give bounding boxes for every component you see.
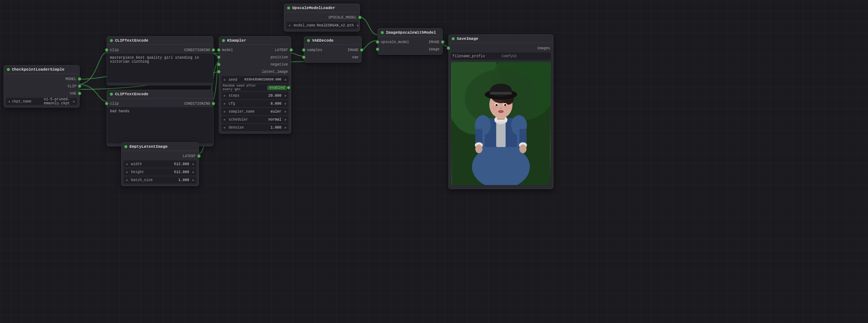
image-upscale-model-socket[interactable] <box>376 40 379 44</box>
ksampler-positive-socket[interactable] <box>217 55 221 59</box>
denoise-field: ◀ denoise 1.000 ▶ <box>221 124 289 131</box>
denoise-right-arrow[interactable]: ▶ <box>283 124 289 131</box>
ksampler-latent-socket[interactable] <box>289 48 293 52</box>
empty-latent-status-dot <box>124 145 127 148</box>
svg-point-16 <box>475 144 482 153</box>
height-left-arrow[interactable]: ◀ <box>124 168 129 176</box>
steps-left-arrow[interactable]: ◀ <box>221 92 227 99</box>
ckpt-right-arrow[interactable]: ▶ <box>71 98 77 105</box>
seed-value: 833543590226030.000 <box>243 78 283 81</box>
empty-latent-header: EmptyLatentImage <box>122 143 199 151</box>
image-upscale-node: ImageUpscaleWithModel upscale_model IMAG… <box>378 28 443 55</box>
batch-right-arrow[interactable]: ▶ <box>191 176 196 184</box>
upscale-model-left-arrow[interactable]: ◀ <box>286 22 292 29</box>
latent-output-socket[interactable] <box>197 154 201 158</box>
svg-rect-9 <box>496 122 506 147</box>
cfg-left-arrow[interactable]: ◀ <box>221 100 227 107</box>
clip-pos-output-label: CONDITIONING <box>184 48 210 52</box>
batch-size-field: ◀ batch_size 1.000 ▶ <box>124 176 196 184</box>
upscale-model-name-value: RealESRGAN_x2.pth <box>315 24 355 28</box>
model-output-socket[interactable] <box>78 77 81 81</box>
ksampler-negative-socket[interactable] <box>217 63 221 66</box>
ckpt-name-field: ◀ ckpt_name v1-5-pruned-emaonly.ckpt ▶ <box>6 98 77 105</box>
scheduler-left-arrow[interactable]: ◀ <box>221 116 227 123</box>
cfg-field: ◀ cfg 8.000 ▶ <box>221 100 289 107</box>
empty-latent-node: EmptyLatentImage LATENT ◀ width 512.000 … <box>121 142 199 186</box>
image-upscale-body: upscale_model IMAGE image <box>378 37 442 54</box>
ksampler-latent-input-label: latent_image <box>262 70 288 74</box>
sampler-right-arrow[interactable]: ▶ <box>283 108 289 115</box>
save-image-input-socket[interactable] <box>447 46 450 50</box>
checkpoint-model-output: MODEL <box>4 75 79 83</box>
empty-latent-body: LATENT ◀ width 512.000 ▶ ◀ height 512.00… <box>122 151 199 186</box>
generated-image-svg <box>451 62 551 185</box>
clip-pos-output-socket[interactable] <box>212 48 215 52</box>
upscale-model-output-socket[interactable] <box>358 16 362 19</box>
height-label: height <box>129 170 173 174</box>
batch-left-arrow[interactable]: ◀ <box>124 176 129 184</box>
sampler-name-field: ◀ sampler_name euler ▶ <box>221 108 289 115</box>
random-seed-toggle[interactable]: enabled <box>267 85 287 90</box>
image-upscale-model-label: upscale_model <box>381 40 409 44</box>
seed-field: ◀ seed 833543590226030.000 ▶ <box>221 76 289 83</box>
upscale-model-status-dot <box>287 7 290 9</box>
clip-neg-input-socket[interactable] <box>105 102 109 105</box>
ksampler-model-label: model <box>222 48 233 52</box>
checkpoint-loader-node: CheckpointLoaderSimple MODEL CLIP VAE ◀ … <box>4 65 80 108</box>
save-image-input-label: images <box>537 46 550 50</box>
upscale-model-name-field: ◀ model_name RealESRGAN_x2.pth ▶ <box>286 22 357 29</box>
image-upscale-image-input-socket[interactable] <box>376 47 379 51</box>
clip-neg-status-dot <box>110 93 113 96</box>
image-upscale-status-dot <box>381 31 384 34</box>
ckpt-left-arrow[interactable]: ◀ <box>6 98 12 105</box>
clip-neg-text-input[interactable]: bad hands <box>107 107 213 143</box>
height-field: ◀ height 512.000 ▶ <box>124 168 196 176</box>
clip-pos-body: clip CONDITIONING masterpiece best quali… <box>107 45 213 85</box>
image-upscale-image-output-socket[interactable] <box>441 40 444 44</box>
upscale-model-right-arrow[interactable]: ▶ <box>355 22 361 29</box>
ksampler-latent-output-label: LATENT <box>275 48 288 52</box>
ksampler-positive-input: positive <box>219 54 291 61</box>
clip-output-socket[interactable] <box>78 84 81 88</box>
width-right-arrow[interactable]: ▶ <box>191 160 196 168</box>
vae-decode-image-output-label: IMAGE <box>348 48 358 52</box>
random-seed-socket <box>287 86 290 89</box>
scheduler-right-arrow[interactable]: ▶ <box>283 116 289 123</box>
steps-right-arrow[interactable]: ▶ <box>283 92 289 99</box>
width-left-arrow[interactable]: ◀ <box>124 160 129 168</box>
vae-decode-body: samples IMAGE vae <box>304 45 361 62</box>
seed-right-arrow[interactable]: ▶ <box>283 76 289 83</box>
steps-field: ◀ steps 20.000 ▶ <box>221 92 289 99</box>
clip-pos-title: CLIPTextEncode <box>115 38 148 43</box>
save-image-title: SaveImage <box>457 37 478 41</box>
batch-value: 1.000 <box>177 178 191 182</box>
svg-point-17 <box>519 144 527 153</box>
vae-decode-status-dot <box>307 39 310 42</box>
clip-neg-input-label: clip <box>110 102 119 106</box>
denoise-left-arrow[interactable]: ◀ <box>221 124 227 131</box>
clip-pos-header: CLIPTextEncode <box>107 37 213 45</box>
vae-decode-image-socket[interactable] <box>360 48 363 52</box>
image-upscale-image-output-label: IMAGE <box>429 40 439 44</box>
sampler-left-arrow[interactable]: ◀ <box>221 108 227 115</box>
ksampler-latent-input-socket[interactable] <box>217 70 221 74</box>
clip-pos-input-socket[interactable] <box>105 48 109 52</box>
ksampler-model-socket[interactable] <box>217 48 221 52</box>
denoise-value: 1.000 <box>269 126 283 130</box>
vae-decode-vae-socket[interactable] <box>302 55 306 59</box>
clip-neg-output-socket[interactable] <box>212 102 215 105</box>
vae-output-socket[interactable] <box>78 92 81 95</box>
clip-pos-text-input[interactable]: masterpiece best quality girl standing i… <box>107 54 213 83</box>
seed-left-arrow[interactable]: ◀ <box>221 76 227 83</box>
image-upscale-image-input-label: image <box>429 47 439 51</box>
vae-decode-samples-socket[interactable] <box>302 48 306 52</box>
svg-point-23 <box>490 84 512 97</box>
seed-label: seed <box>227 78 243 82</box>
svg-point-31 <box>492 106 497 110</box>
height-right-arrow[interactable]: ▶ <box>191 168 196 176</box>
ksampler-body: model LATENT positive negative latent_im… <box>219 45 291 133</box>
steps-label: steps <box>227 94 267 98</box>
cfg-right-arrow[interactable]: ▶ <box>283 100 289 107</box>
filename-prefix-input[interactable] <box>499 54 551 59</box>
clip-pos-input-row: clip CONDITIONING <box>107 46 213 54</box>
